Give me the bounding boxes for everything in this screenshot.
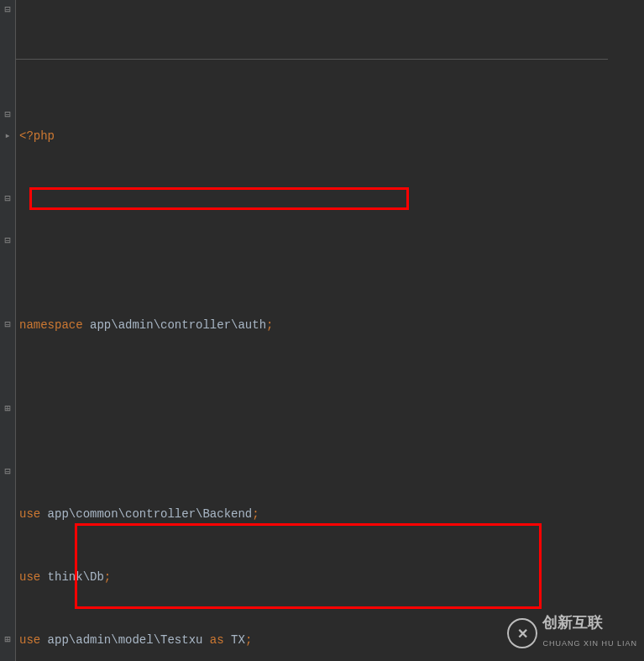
fold-icon[interactable]: ⊟ — [2, 466, 13, 478]
watermark-subtitle: CHUANG XIN HU LIAN — [542, 633, 637, 654]
code-line: namespace app\admin\controller\auth; — [19, 315, 608, 336]
gutter: ⊟ ⊟ ▸ ⊟ ⊟ ⊟ ⊞ ⊟ ⊞ — [0, 0, 16, 661]
code-line: <?php — [19, 126, 608, 147]
code-line — [19, 189, 608, 210]
code-line: use think\Db; — [19, 567, 608, 588]
code-line — [19, 252, 608, 273]
fold-icon[interactable]: ⊟ — [2, 109, 13, 121]
fold-icon[interactable]: ⊟ — [2, 193, 13, 205]
separator — [16, 59, 608, 60]
watermark: ✕ 创新互联 CHUANG XIN HU LIAN — [507, 612, 637, 654]
code-line: use app\common\controller\Backend; — [19, 504, 608, 525]
annotation-box-2 — [75, 523, 542, 609]
fold-icon[interactable]: ⊟ — [2, 319, 13, 331]
fold-icon[interactable]: ▸ — [2, 130, 13, 142]
watermark-title: 创新互联 — [542, 614, 603, 631]
code-line — [19, 441, 608, 462]
fold-icon[interactable]: ⊞ — [2, 403, 13, 415]
fold-icon[interactable]: ⊟ — [2, 235, 13, 247]
code-area[interactable]: <?php namespace app\admin\controller\aut… — [16, 0, 608, 661]
code-line — [19, 378, 608, 399]
fold-icon[interactable]: ⊞ — [2, 634, 13, 646]
code-editor: ⊟ ⊟ ▸ ⊟ ⊟ ⊟ ⊞ ⊟ ⊞ <?php namespace app\ad… — [0, 0, 644, 661]
watermark-logo-icon: ✕ — [507, 618, 537, 648]
fold-icon[interactable]: ⊟ — [2, 4, 13, 16]
